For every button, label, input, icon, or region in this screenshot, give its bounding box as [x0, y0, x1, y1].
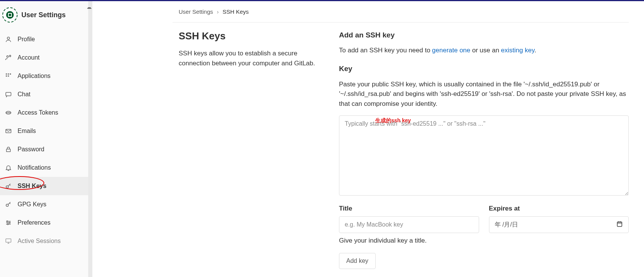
- account-icon: [5, 54, 12, 62]
- sidebar-item-label: Password: [18, 146, 44, 153]
- intro-column: SSH Keys SSH keys allow you to establish…: [179, 29, 324, 269]
- sidebar-title: User Settings: [21, 11, 66, 19]
- form-column: Add an SSH key To add an SSH key you nee…: [339, 29, 629, 269]
- sidebar-item-password[interactable]: Password: [0, 140, 88, 159]
- bell-icon: [5, 164, 12, 172]
- sidebar-item-profile[interactable]: Profile: [0, 30, 88, 49]
- sidebar-item-label: Notifications: [18, 164, 51, 171]
- sliders-icon: [5, 219, 12, 227]
- svg-point-6: [10, 55, 11, 57]
- text-fragment: .: [534, 47, 536, 54]
- breadcrumb-separator: ›: [217, 8, 219, 15]
- sidebar-item-applications[interactable]: Applications: [0, 67, 88, 85]
- svg-rect-7: [6, 73, 7, 75]
- sidebar-item-active-sessions[interactable]: Active Sessions: [0, 232, 88, 250]
- breadcrumb-current: SSH Keys: [223, 8, 249, 15]
- svg-point-21: [7, 221, 8, 222]
- link-generate-key[interactable]: generate one: [432, 47, 470, 54]
- lock-icon: [5, 146, 12, 153]
- page-title: SSH Keys: [179, 30, 324, 42]
- page-description: SSH keys allow you to establish a secure…: [179, 49, 324, 68]
- calendar-icon: [616, 220, 623, 229]
- key-icon: [5, 182, 12, 190]
- sidebar-item-emails[interactable]: Emails: [0, 122, 88, 140]
- mail-icon: [5, 127, 12, 135]
- title-input[interactable]: [339, 216, 479, 233]
- svg-rect-24: [6, 239, 11, 242]
- sidebar-item-label: Account: [18, 54, 40, 61]
- svg-rect-18: [6, 149, 11, 152]
- sidebar-item-gpg-keys[interactable]: GPG Keys: [0, 195, 88, 214]
- svg-rect-25: [617, 222, 622, 227]
- breadcrumb-root[interactable]: User Settings: [179, 8, 213, 15]
- sidebar-item-account[interactable]: Account: [0, 49, 88, 67]
- svg-point-5: [7, 56, 9, 58]
- key-icon: [5, 201, 12, 208]
- sidebar-item-label: Access Tokens: [18, 109, 58, 116]
- svg-rect-3: [9, 14, 11, 16]
- svg-point-19: [6, 186, 8, 188]
- sidebar-item-chat[interactable]: Chat: [0, 85, 88, 104]
- title-field: Title Give your individual key a title.: [339, 205, 479, 245]
- svg-rect-12: [6, 92, 11, 96]
- content-grid: SSH Keys SSH keys allow you to establish…: [173, 23, 629, 269]
- text-fragment: or use an: [470, 47, 501, 54]
- text-fragment: To add an SSH key you need to: [339, 47, 432, 54]
- key-field-label: Key: [339, 65, 629, 73]
- key-textarea-wrap: 生成的ssh key: [339, 115, 629, 197]
- expires-date-input[interactable]: 年 /月/日: [489, 216, 629, 233]
- title-label: Title: [339, 205, 479, 212]
- key-help-text: Paste your public SSH key, which is usua…: [339, 79, 629, 109]
- svg-point-16: [10, 112, 10, 113]
- layout-container: User Settings Profile Account Applicatio…: [0, 1, 644, 277]
- chat-icon: [5, 91, 12, 98]
- sidebar-item-label: Preferences: [18, 219, 50, 226]
- monitor-icon: [5, 237, 12, 245]
- sidebar-header: User Settings: [0, 4, 88, 30]
- add-key-heading: Add an SSH key: [339, 31, 629, 39]
- svg-point-4: [7, 37, 10, 39]
- expires-field: Expires at 年 /月/日: [489, 205, 629, 245]
- expires-label: Expires at: [489, 205, 629, 212]
- sidebar-item-label: SSH Keys: [18, 183, 47, 190]
- title-expires-row: Title Give your individual key a title. …: [339, 205, 629, 245]
- add-key-text: To add an SSH key you need to generate o…: [339, 46, 629, 55]
- sidebar-item-label: GPG Keys: [18, 201, 47, 208]
- sidebar-item-label: Applications: [18, 73, 50, 79]
- sidebar-item-label: Chat: [18, 91, 31, 98]
- svg-point-20: [6, 204, 8, 206]
- token-icon: [5, 109, 12, 117]
- svg-rect-10: [6, 76, 7, 77]
- sidebar-item-access-tokens[interactable]: Access Tokens: [0, 104, 88, 122]
- avatar: [2, 7, 18, 23]
- link-existing-key[interactable]: existing key: [501, 47, 534, 54]
- sidebar-item-label: Profile: [18, 36, 35, 43]
- add-key-button[interactable]: Add key: [339, 253, 376, 269]
- svg-rect-8: [8, 73, 9, 75]
- svg-point-22: [9, 222, 10, 224]
- svg-point-14: [7, 112, 8, 113]
- sidebar-scrollbar[interactable]: [88, 1, 93, 277]
- breadcrumb: User Settings › SSH Keys: [173, 1, 629, 23]
- svg-rect-9: [10, 73, 11, 75]
- profile-icon: [5, 36, 12, 43]
- apps-icon: [5, 72, 12, 80]
- main-content: User Settings › SSH Keys SSH Keys SSH ke…: [89, 1, 644, 277]
- sidebar-item-notifications[interactable]: Notifications: [0, 159, 88, 177]
- sidebar-item-preferences[interactable]: Preferences: [0, 214, 88, 232]
- svg-rect-11: [8, 76, 9, 77]
- svg-point-23: [7, 224, 8, 225]
- sidebar-item-label: Emails: [18, 128, 36, 134]
- date-placeholder: 年 /月/日: [495, 221, 518, 229]
- title-hint: Give your individual key a title.: [339, 237, 479, 245]
- svg-point-15: [8, 112, 9, 113]
- key-textarea[interactable]: [339, 115, 629, 196]
- sidebar-item-label: Active Sessions: [18, 238, 61, 245]
- sidebar: User Settings Profile Account Applicatio…: [0, 1, 89, 277]
- sidebar-item-ssh-keys[interactable]: SSH Keys: [0, 177, 88, 195]
